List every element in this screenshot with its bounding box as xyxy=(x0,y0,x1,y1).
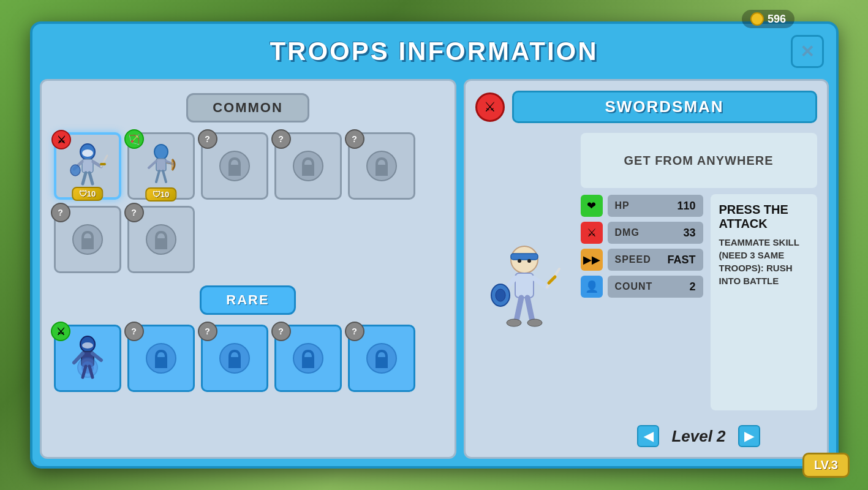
svg-point-1 xyxy=(82,149,93,157)
rare-locked-icon-3 xyxy=(216,340,253,377)
svg-point-46 xyxy=(496,289,505,301)
rare-section-label: RARE xyxy=(54,285,442,315)
svg-line-16 xyxy=(156,171,159,182)
svg-point-50 xyxy=(527,319,542,326)
rare-knight-figure xyxy=(66,334,110,382)
hp-icon: ❤ xyxy=(581,195,603,217)
rare-locked-icon-5 xyxy=(363,340,400,377)
locked-icon-7 xyxy=(143,221,179,258)
troop-badge-rare-knight: ⚔ xyxy=(51,322,70,341)
troop-card-rare-locked-5[interactable]: ? xyxy=(348,325,415,392)
hp-bar: HP 110 xyxy=(608,195,703,217)
common-troops-grid: ⚔ xyxy=(54,132,442,273)
troop-visual xyxy=(475,133,573,447)
modal-title: TROOPS INFORMATION xyxy=(270,37,598,66)
skill-description: TEAMMATE SKILL (NEED 3 SAME TROOPS): RUS… xyxy=(719,236,809,287)
troop-card-locked-5[interactable]: ? xyxy=(348,132,415,200)
count-icon: 👤 xyxy=(581,276,603,298)
right-panel: ⚔ SWORDSMAN xyxy=(464,79,829,459)
speed-icon: ▶▶ xyxy=(581,249,603,271)
skill-area: PRESS THE ATTACK TEAMMATE SKILL (NEED 3 … xyxy=(711,194,817,410)
skill-title: PRESS THE ATTACK xyxy=(719,203,809,231)
sword-icon-circle: ⚔ xyxy=(475,92,505,122)
troop-card-swordsman[interactable]: ⚔ xyxy=(54,132,121,200)
troop-card-locked-3[interactable]: ? xyxy=(201,132,268,200)
common-badge: COMMON xyxy=(186,93,309,123)
svg-rect-11 xyxy=(156,159,166,171)
dmg-value: 33 xyxy=(683,227,695,239)
speed-label: SPEED xyxy=(615,254,651,265)
locked-icon-5 xyxy=(363,148,400,184)
troop-badge-archer: 🏹 xyxy=(124,129,144,149)
hp-label: HP xyxy=(615,200,630,211)
troop-card-locked-4[interactable]: ? xyxy=(274,132,342,200)
rare-locked-icon-4 xyxy=(290,340,326,377)
troop-card-rare-locked-3[interactable]: ? xyxy=(201,325,268,392)
troop-card-archer[interactable]: 🏹 🛡10 xyxy=(127,132,195,200)
troop-badge-locked-4: ? xyxy=(271,129,291,149)
svg-rect-2 xyxy=(82,159,93,173)
level-text: Level 2 xyxy=(671,427,725,446)
rare-troops-grid: ⚔ xyxy=(54,325,442,392)
svg-point-9 xyxy=(70,165,80,176)
archer-figure xyxy=(139,142,183,190)
svg-point-39 xyxy=(527,259,531,263)
svg-line-48 xyxy=(527,298,532,321)
svg-point-24 xyxy=(82,342,93,349)
troop-card-locked-6[interactable]: ? xyxy=(54,206,121,273)
count-label: COUNT xyxy=(615,281,653,292)
common-section-label: COMMON xyxy=(54,93,442,123)
level-nav: ◀ Level 2 ▶ xyxy=(581,425,817,447)
troop-badge-locked-5: ? xyxy=(345,129,364,149)
rare-locked-icon-2 xyxy=(143,340,179,377)
close-button[interactable]: ✕ xyxy=(791,35,824,68)
coin-value: 596 xyxy=(768,13,786,26)
hp-value: 110 xyxy=(677,200,695,213)
locked-icon-3 xyxy=(216,148,253,184)
svg-rect-40 xyxy=(515,273,534,298)
stat-row-dmg: ⚔ DMG 33 xyxy=(581,221,703,244)
troop-info-right: GET FROM ANYWHERE ❤ HP xyxy=(581,133,817,447)
stat-row-hp: ❤ HP 110 xyxy=(581,194,703,217)
stat-row-speed: ▶▶ SPEED FAST xyxy=(581,248,703,271)
coin-count: 596 xyxy=(742,10,794,28)
speed-value: FAST xyxy=(667,254,695,266)
rare-badge: RARE xyxy=(200,285,295,315)
troop-badge-rare-locked-5: ? xyxy=(345,322,364,341)
troop-badge-locked-7: ? xyxy=(124,203,144,222)
dmg-label: DMG xyxy=(615,227,640,238)
troop-card-locked-7[interactable]: ? xyxy=(127,206,195,273)
svg-point-10 xyxy=(154,145,168,159)
count-value: 2 xyxy=(689,281,695,293)
stat-row-count: 👤 COUNT 2 xyxy=(581,275,703,298)
swordsman-detail-figure xyxy=(485,241,564,339)
troop-card-rare-locked-2[interactable]: ? xyxy=(127,325,195,392)
get-from-text: GET FROM ANYWHERE xyxy=(624,154,773,168)
locked-icon-4 xyxy=(290,148,326,184)
coin-icon xyxy=(750,12,764,26)
next-level-button[interactable]: ▶ xyxy=(738,425,760,447)
svg-line-8 xyxy=(89,173,92,184)
troop-name-bar: ⚔ SWORDSMAN xyxy=(475,91,817,123)
troop-badge-rare-locked-4: ? xyxy=(271,322,291,341)
troop-card-rare-locked-4[interactable]: ? xyxy=(274,325,342,392)
troop-badge-rare-locked-2: ? xyxy=(124,322,144,341)
troops-info-modal: TROOPS INFORMATION ✕ COMMON ⚔ xyxy=(30,21,839,469)
svg-line-42 xyxy=(534,278,547,287)
dmg-bar: DMG 33 xyxy=(608,222,703,244)
prev-level-button[interactable]: ◀ xyxy=(637,425,659,447)
modal-body: COMMON ⚔ xyxy=(32,79,836,466)
svg-point-49 xyxy=(507,319,521,326)
skill-box: PRESS THE ATTACK TEAMMATE SKILL (NEED 3 … xyxy=(711,194,817,410)
dmg-icon: ⚔ xyxy=(581,222,603,244)
troop-badge-locked-6: ? xyxy=(51,203,70,222)
troop-detail-area: GET FROM ANYWHERE ❤ HP xyxy=(475,133,817,447)
swordsman-level: 🛡10 xyxy=(72,187,103,201)
svg-rect-37 xyxy=(511,254,538,260)
troop-badge-swordsman: ⚔ xyxy=(51,130,71,149)
locked-icon-6 xyxy=(69,221,106,258)
troop-badge-locked-3: ? xyxy=(198,129,217,149)
left-panel: COMMON ⚔ xyxy=(40,79,456,459)
troop-card-rare-knight[interactable]: ⚔ xyxy=(54,325,121,392)
svg-line-7 xyxy=(83,173,86,184)
